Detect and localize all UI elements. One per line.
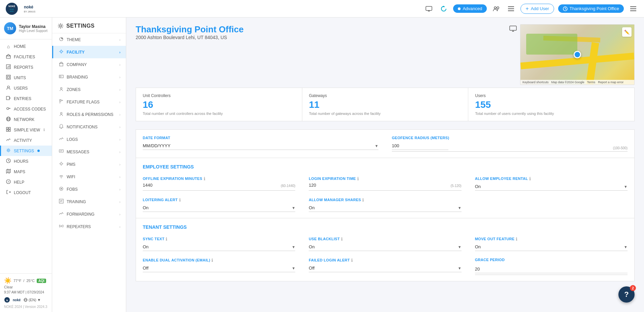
settings-menu-facility[interactable]: FACILITY › xyxy=(52,46,126,58)
sidebar-item-help[interactable]: ? HELP xyxy=(0,177,52,187)
settings-menu-training[interactable]: TRAINING › xyxy=(52,195,126,208)
allow-employee-rental-dropdown[interactable]: ▼ xyxy=(624,185,628,189)
language-label: (EN) xyxy=(29,298,36,302)
settings-content: Thanksgiving Point Office 2000 Ashton Bo… xyxy=(126,18,644,312)
move-out-feature-value: On xyxy=(475,244,624,249)
enable-dual-activation-value: Off xyxy=(143,266,292,271)
weather-condition: Clear xyxy=(4,285,48,289)
use-blacklist-info[interactable]: ℹ xyxy=(341,237,343,242)
sidebar-item-label: MAPS xyxy=(14,169,25,174)
move-out-feature-dropdown[interactable]: ▼ xyxy=(624,245,628,249)
settings-menu-messages[interactable]: MESSAGES › xyxy=(52,146,126,158)
logs-label: LOGS xyxy=(67,137,78,142)
sidebar-item-maps[interactable]: MAPS xyxy=(0,166,52,177)
settings-menu-logs[interactable]: LOGS › xyxy=(52,133,126,146)
svg-rect-13 xyxy=(508,8,514,9)
sidebar-item-units[interactable]: UNITS xyxy=(0,72,52,83)
zones-chevron: › xyxy=(119,88,121,92)
svg-text:NOKÉ: NOKÉ xyxy=(8,5,15,7)
grace-period-input[interactable] xyxy=(475,265,628,273)
add-user-button[interactable]: + Add User xyxy=(520,4,554,14)
sidebar-item-home[interactable]: ⌂ HOME xyxy=(0,41,52,52)
roles-icon xyxy=(59,112,64,117)
facility-button[interactable]: Thanksgiving Point Office xyxy=(558,4,624,13)
move-out-feature-info[interactable]: ℹ xyxy=(516,237,517,242)
settings-menu-roles[interactable]: ROLES & PERMISSIONS › xyxy=(52,108,126,121)
list-icon[interactable] xyxy=(506,3,516,14)
settings-menu-forwarding[interactable]: FORWARDING › xyxy=(52,208,126,220)
date-format-dropdown[interactable]: ▼ xyxy=(375,144,378,148)
zones-label: ZONES xyxy=(67,87,80,92)
svg-rect-39 xyxy=(6,127,8,129)
settings-menu-company[interactable]: COMPANY › xyxy=(52,58,126,71)
aqi-badge: AQI xyxy=(37,279,46,283)
user-switch-icon[interactable] xyxy=(491,3,502,14)
datetime: 9:37 AM MDT | 07/29/2024 xyxy=(4,290,48,294)
allow-manager-shares-field: Allow Manager Shares ℹ On ▼ xyxy=(309,197,461,212)
sidebar-item-facilities[interactable]: FACILITIES xyxy=(0,52,52,62)
sidebar-item-entries[interactable]: ENTRIES xyxy=(0,93,52,104)
refresh-icon[interactable] xyxy=(438,3,449,14)
settings-menu-feature-flags[interactable]: FEATURE FLAGS › xyxy=(52,96,126,108)
simple-view-icon xyxy=(6,127,11,133)
sidebar-item-hours[interactable]: HOURS xyxy=(0,156,52,166)
fobs-chevron: › xyxy=(119,187,121,191)
training-chevron: › xyxy=(119,200,121,204)
sidebar-item-logout[interactable]: LOGOUT xyxy=(0,187,52,198)
settings-menu-fobs[interactable]: FOBS › xyxy=(52,183,126,195)
allow-employee-rental-label: Allow Employee Rental xyxy=(475,177,528,181)
map-edit-button[interactable]: ✏️ xyxy=(622,27,632,37)
settings-menu-notifications[interactable]: NOTIFICATIONS › xyxy=(52,121,126,133)
sidebar-item-access-codes[interactable]: ACCESS CODES xyxy=(0,104,52,114)
logs-chevron: › xyxy=(119,137,121,142)
sidebar-item-activity[interactable]: ACTIVITY xyxy=(0,135,52,146)
hours-icon xyxy=(6,158,11,164)
settings-menu-wifi[interactable]: WIFI › xyxy=(52,170,126,183)
help-fab[interactable]: ? 2 xyxy=(618,286,635,303)
advanced-button[interactable]: Advanced xyxy=(453,4,487,13)
settings-menu-pms[interactable]: PMS › xyxy=(52,158,126,170)
loitering-alert-dropdown[interactable]: ▼ xyxy=(292,206,295,210)
sidebar-item-simple-view[interactable]: SIMPLE VIEW ℹ xyxy=(0,125,52,135)
allow-manager-shares-info[interactable]: ℹ xyxy=(362,197,364,202)
content-area: SETTINGS THEME › FACILITY › xyxy=(52,18,644,312)
sync-text-dropdown[interactable]: ▼ xyxy=(292,245,295,249)
offline-expiration-info[interactable]: ℹ xyxy=(204,176,205,181)
allow-employee-rental-info[interactable]: ℹ xyxy=(529,176,531,181)
sync-text-info[interactable]: ℹ xyxy=(166,237,167,242)
sidebar-item-label: FACILITIES xyxy=(14,55,35,59)
reports-icon xyxy=(6,64,11,70)
sidebar-item-users[interactable]: USERS xyxy=(0,83,52,93)
loitering-alert-label: Loitering Alert xyxy=(143,198,178,202)
facility-button-label: Thanksgiving Point Office xyxy=(570,6,619,11)
sidebar-item-reports[interactable]: REPORTS xyxy=(0,62,52,72)
settings-dot xyxy=(37,150,40,152)
failed-login-alert-dropdown[interactable]: ▼ xyxy=(458,266,462,270)
settings-title: SETTINGS xyxy=(66,23,95,29)
geofence-input[interactable] xyxy=(392,142,448,150)
facility-monitor-icon[interactable] xyxy=(509,26,517,33)
monitor-icon[interactable] xyxy=(423,3,434,14)
logout-icon xyxy=(6,190,11,195)
roles-chevron: › xyxy=(119,113,121,117)
enable-dual-activation-info[interactable]: ℹ xyxy=(211,258,213,263)
settings-menu-branding[interactable]: BRANDING › xyxy=(52,71,126,83)
settings-menu-theme[interactable]: THEME › xyxy=(52,33,126,46)
svg-rect-18 xyxy=(630,6,636,7)
sidebar-item-network[interactable]: NETWORK xyxy=(0,114,52,125)
settings-menu-repeaters[interactable]: REPEATERS › xyxy=(52,220,126,233)
enable-dual-activation-dropdown[interactable]: ▼ xyxy=(292,266,295,270)
settings-menu-zones[interactable]: ZONES › xyxy=(52,83,126,96)
stats-row: Unit Controllers 16 Total number of unit… xyxy=(136,88,635,121)
allow-manager-shares-dropdown[interactable]: ▼ xyxy=(458,206,462,210)
language-select[interactable]: (EN) ▼ xyxy=(24,298,41,302)
grace-period-label: Grace Period xyxy=(475,258,628,262)
loitering-alert-info[interactable]: ℹ xyxy=(179,197,181,202)
use-blacklist-dropdown[interactable]: ▼ xyxy=(458,245,462,249)
sync-text-field: Sync Text ℹ On ▼ xyxy=(143,237,295,251)
sidebar-item-settings[interactable]: SETTINGS xyxy=(0,146,52,156)
login-expiration-info[interactable]: ℹ xyxy=(357,176,359,181)
failed-login-alert-info[interactable]: ℹ xyxy=(351,258,353,263)
menu-icon[interactable] xyxy=(628,3,639,14)
version-text: NOKÉ 2024 | Version 2024.3 xyxy=(4,305,48,309)
